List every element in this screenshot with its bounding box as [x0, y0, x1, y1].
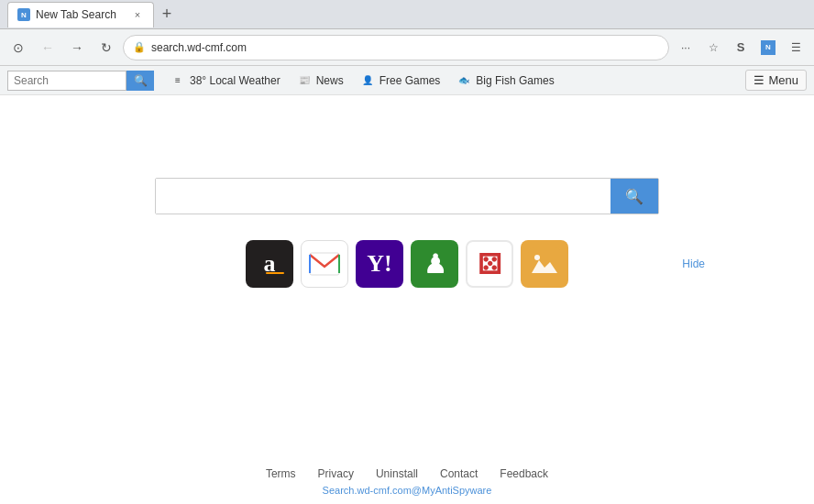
footer-feedback[interactable]: Feedback — [500, 467, 548, 480]
home-button[interactable]: ⊙ — [6, 35, 31, 60]
extension-button[interactable]: N — [755, 35, 781, 60]
tab-close-button[interactable]: × — [131, 8, 144, 21]
chrome-menu-button[interactable]: ☰ — [783, 35, 808, 60]
svg-rect-3 — [528, 247, 561, 280]
yahoo-icon: Y! — [367, 250, 391, 278]
bookmark-item-news[interactable]: 📰 News — [290, 71, 351, 91]
forward-icon: → — [71, 40, 83, 55]
reload-button[interactable]: ↻ — [94, 35, 119, 60]
bookmark-item-bigfish[interactable]: 🐟 Big Fish Games — [449, 71, 561, 91]
photos-icon — [528, 247, 561, 280]
footer: Terms Privacy Uninstall Contact Feedback… — [0, 460, 814, 504]
menu-button[interactable]: ☰ Menu — [745, 70, 807, 91]
main-search-button[interactable]: 🔍 — [610, 179, 658, 214]
bookmark-bar: 🔍 ≡ 38° Local Weather 📰 News 👤 Free Game… — [0, 66, 814, 95]
address-bar[interactable]: 🔒 search.wd-cmf.com — [123, 35, 669, 60]
quicklink-photos[interactable] — [521, 240, 568, 288]
bookmark-item-weather[interactable]: ≡ 38° Local Weather — [163, 71, 288, 91]
tab-favicon: N — [17, 8, 30, 21]
svg-point-5 — [534, 255, 540, 260]
active-tab[interactable]: N New Tab Search × — [7, 2, 154, 27]
search-icon: 🔍 — [134, 74, 148, 87]
main-content: 🔍 a Y! ♟ — [0, 95, 814, 504]
bookmark-weather-label: 38° Local Weather — [190, 74, 280, 87]
quick-links: a Y! ♟ ⚄ — [155, 240, 659, 288]
nav-actions: ··· ☆ S N ☰ — [673, 35, 808, 60]
sync-button[interactable]: S — [728, 35, 754, 60]
news-icon: 📰 — [297, 73, 312, 88]
bookmark-freegames-label: Free Games — [380, 74, 441, 87]
forward-button[interactable]: → — [64, 35, 90, 60]
search-magnifier-icon: 🔍 — [625, 188, 644, 205]
bookmark-bigfish-label: Big Fish Games — [476, 74, 554, 87]
address-text: search.wd-cmf.com — [151, 41, 247, 54]
main-search-input[interactable] — [156, 179, 610, 214]
bookmark-item-freegames[interactable]: 👤 Free Games — [353, 71, 448, 91]
svg-rect-0 — [310, 253, 339, 275]
amazon-icon: a — [264, 250, 276, 278]
quicklink-yahoo[interactable]: Y! — [356, 240, 403, 288]
footer-brand[interactable]: Search.wd-cmf.com@MyAntiSpyware — [323, 485, 492, 496]
sync-icon: S — [737, 40, 745, 54]
menu-icon: ☰ — [754, 73, 764, 87]
more-button[interactable]: ··· — [673, 35, 698, 60]
bigfish-icon: 🐟 — [456, 73, 471, 88]
chrome-menu-icon: ☰ — [791, 41, 801, 54]
menu-label: Menu — [768, 73, 798, 87]
bookmark-search-button[interactable]: 🔍 — [126, 71, 154, 91]
footer-contact[interactable]: Contact — [440, 467, 478, 480]
tab-title: New Tab Search — [36, 8, 116, 21]
quicklink-gmail[interactable] — [301, 240, 348, 288]
chess-icon: ♟ — [424, 249, 446, 279]
bookmark-search-input[interactable] — [7, 71, 126, 91]
extension-icon: N — [761, 40, 776, 55]
more-icon: ··· — [681, 41, 690, 54]
quicklink-amazon[interactable]: a — [246, 240, 293, 288]
star-icon: ☆ — [709, 41, 719, 54]
footer-uninstall[interactable]: Uninstall — [376, 467, 418, 480]
quicklink-dice[interactable]: ⚄ — [466, 240, 513, 288]
home-icon: ⊙ — [13, 40, 24, 55]
bookmark-search-wrap: 🔍 — [7, 71, 154, 91]
hide-link[interactable]: Hide — [682, 257, 705, 270]
bookmark-news-label: News — [316, 74, 344, 87]
footer-links: Terms Privacy Uninstall Contact Feedback — [7, 467, 807, 480]
nav-bar: ⊙ ← → ↻ 🔒 search.wd-cmf.com ··· ☆ S N ☰ — [0, 29, 814, 66]
gmail-icon — [308, 251, 341, 277]
bookmark-button[interactable]: ☆ — [700, 35, 726, 60]
weather-icon: ≡ — [170, 73, 185, 88]
quicklink-chess[interactable]: ♟ — [411, 240, 458, 288]
reload-icon: ↻ — [101, 40, 112, 55]
back-button[interactable]: ← — [35, 35, 60, 60]
footer-terms[interactable]: Terms — [266, 467, 296, 480]
center-search-area: 🔍 a Y! ♟ — [155, 178, 659, 288]
new-tab-button[interactable]: + — [154, 2, 180, 27]
footer-privacy[interactable]: Privacy — [318, 467, 354, 480]
dice-icon: ⚄ — [478, 248, 501, 280]
back-icon: ← — [41, 40, 54, 55]
freegames-icon: 👤 — [360, 73, 375, 88]
title-bar: N New Tab Search × + — [0, 0, 814, 29]
main-search-bar[interactable]: 🔍 — [155, 178, 659, 214]
lock-icon: 🔒 — [133, 41, 146, 53]
